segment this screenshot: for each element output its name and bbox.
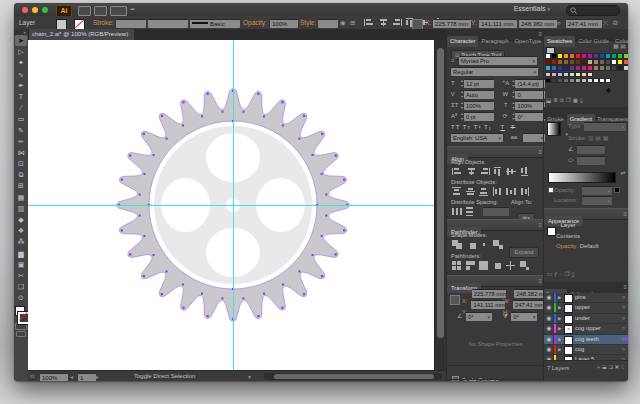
color-swatch[interactable] (599, 59, 605, 65)
artboard-number-field[interactable]: 1 (78, 373, 96, 381)
distribute-h-center-icon[interactable] (506, 187, 517, 196)
appearance-panel-menu-icon[interactable]: ≡ (623, 211, 627, 217)
transform-panel-header[interactable]: Transform≡ (447, 275, 544, 287)
vertical-scale-field[interactable]: 100% (464, 101, 494, 110)
align-top-icon[interactable] (493, 167, 504, 176)
layer-row-cog-teeth[interactable]: ◉▶cog teeth○ (544, 335, 628, 345)
symbol-sprayer-tool[interactable]: ⁂ (15, 236, 27, 247)
color-swatch[interactable] (587, 72, 593, 78)
color-swatch[interactable] (581, 59, 587, 65)
stock-icon[interactable] (94, 6, 107, 16)
link-dimensions-icon[interactable]: ∞ (556, 19, 561, 26)
opacity-label[interactable]: Opacity: (243, 19, 267, 26)
share-icon[interactable]: ➦ (130, 5, 135, 12)
panel-menu-icon[interactable]: ≡ (538, 31, 542, 37)
style-label[interactable]: Style: (300, 19, 316, 26)
stroke-weight-field[interactable] (116, 19, 146, 28)
anti-alias-dropdown[interactable]: ▾ (523, 133, 545, 142)
swatch-view-icons[interactable]: ▦ ▤ (613, 42, 626, 49)
appearance-row-layer[interactable]: Layer (560, 222, 575, 228)
width-tool[interactable]: ⋈ (15, 147, 27, 158)
color-swatch[interactable] (551, 59, 557, 65)
fill-swatch[interactable] (56, 19, 67, 30)
hand-tool[interactable]: ❏ (15, 281, 27, 292)
expand-triangle-icon[interactable]: ▶ (558, 335, 561, 344)
color-swatch[interactable] (599, 53, 605, 59)
target-circle-icon[interactable]: ○ (622, 324, 625, 333)
w-field[interactable]: 248.382 mm (519, 19, 557, 28)
style-dropdown[interactable] (318, 19, 338, 28)
layer-name[interactable]: upper (575, 303, 590, 312)
h-field[interactable]: 247.41 mm (566, 19, 602, 28)
color-swatch[interactable] (569, 59, 575, 65)
selection-tool[interactable]: ➤ (15, 35, 27, 46)
color-swatch[interactable] (551, 72, 557, 78)
color-swatch[interactable] (617, 59, 623, 65)
visibility-eye-icon[interactable]: ◉ (545, 293, 554, 302)
tracking-field[interactable]: 0 (515, 90, 545, 99)
horizontal-scrollbar-thumb[interactable] (274, 374, 434, 379)
draw-normal-button[interactable] (15, 323, 27, 330)
align-panel-header[interactable]: Align≡ (447, 146, 544, 158)
color-swatch[interactable] (611, 53, 617, 59)
distribute-right-icon[interactable] (520, 187, 531, 196)
character-rotation-field[interactable]: 0° (515, 112, 545, 121)
font-style-dropdown[interactable]: Regular▾ (451, 67, 538, 76)
trim-icon[interactable] (466, 261, 477, 270)
color-swatch[interactable] (593, 78, 599, 84)
align-h-center-icon[interactable] (466, 167, 477, 176)
color-swatch[interactable] (569, 53, 575, 59)
cb-align-right-icon[interactable] (391, 18, 402, 27)
search-input[interactable] (566, 5, 620, 16)
type-tool[interactable]: T (15, 91, 27, 102)
preferences-icon[interactable]: ⊞ (350, 19, 355, 27)
document-setup-icon[interactable]: ◉ (340, 19, 346, 27)
font-size-field[interactable]: 12 pt (464, 79, 494, 88)
outline-icon[interactable] (506, 261, 517, 270)
new-swatch-icon[interactable]: ▣ (573, 97, 580, 103)
minus-front-icon[interactable] (466, 240, 477, 249)
color-swatch[interactable] (617, 65, 623, 71)
color-swatch[interactable] (545, 78, 551, 84)
distribute-top-icon[interactable] (452, 187, 463, 196)
pen-tool[interactable]: ✒ (15, 80, 27, 91)
magic-wand-tool[interactable]: ✦ (15, 57, 27, 68)
perspective-grid-tool[interactable]: ⊞ (15, 180, 27, 191)
tab-color-guide[interactable]: Color Guide (575, 36, 612, 47)
color-swatch[interactable] (545, 65, 551, 71)
color-swatch[interactable] (623, 65, 628, 71)
gradient-location-field[interactable]: ▾ (582, 196, 612, 205)
transform-x-field[interactable]: 225.778 mm (472, 289, 506, 298)
color-swatch[interactable] (557, 78, 563, 84)
x-field[interactable]: 225.778 mm (433, 19, 471, 28)
delete-swatch-icon[interactable]: ▯ (580, 97, 585, 103)
pathfinder-panel-menu-icon[interactable]: ≡ (538, 222, 542, 228)
expand-button[interactable]: Expand (509, 247, 539, 258)
color-swatch[interactable] (605, 59, 611, 65)
gradient-aspect-field[interactable] (577, 156, 605, 165)
target-circle-icon[interactable]: ○ (622, 303, 625, 312)
fill-dropdown-arrow[interactable]: ▾ (67, 19, 70, 25)
zoom-level-field[interactable]: 100% (40, 373, 68, 381)
color-swatch[interactable] (581, 78, 587, 84)
free-transform-tool[interactable]: ⊡ (15, 158, 27, 169)
color-swatch[interactable] (581, 65, 587, 71)
first-artboard-icon[interactable]: ◂ (70, 373, 73, 380)
transform-checkbox-row[interactable]: Scale Corners (447, 365, 544, 379)
reverse-gradient-icon[interactable]: ⇄ (620, 170, 625, 176)
direct-selection-tool[interactable]: ▷ (15, 46, 27, 57)
delete-layer-icon[interactable]: ▯ (621, 364, 627, 370)
color-swatch[interactable] (551, 65, 557, 71)
color-swatch[interactable] (623, 59, 628, 65)
color-swatch[interactable] (593, 59, 599, 65)
stroke-dropdown-arrow[interactable]: ▾ (85, 19, 88, 25)
horizontal-guide[interactable] (28, 205, 434, 206)
visibility-eye-icon[interactable]: ◉ (545, 314, 554, 323)
transform-checkbox-row[interactable]: Scale Strokes & Effects (447, 379, 544, 381)
color-swatch[interactable] (569, 72, 575, 78)
layer-row-cog-upper[interactable]: ◉▶✕cog upper○ (544, 324, 628, 334)
align-right-icon[interactable] (479, 167, 490, 176)
shear-icon[interactable]: ⤫ (603, 19, 608, 27)
column-graph-tool[interactable]: ▆ (15, 248, 27, 259)
swatch-kinds-icon[interactable]: ≣ (553, 97, 560, 103)
